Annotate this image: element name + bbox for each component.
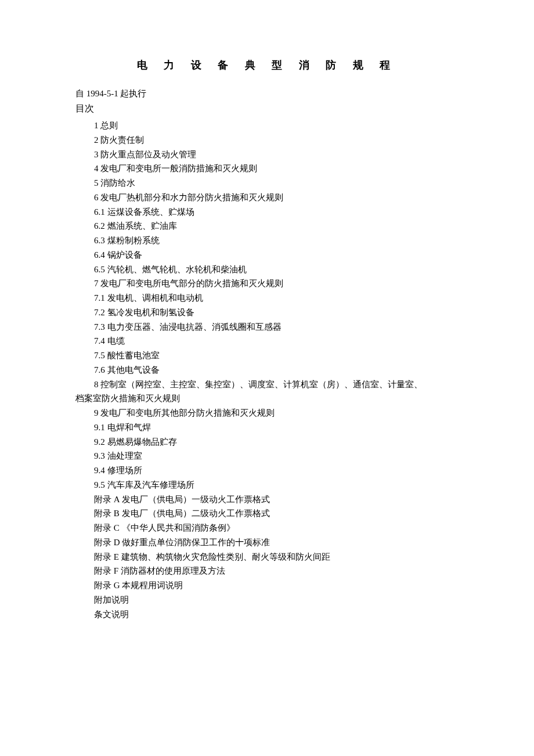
toc-entry: 4 发电厂和变电所一般消防措施和灭火规则: [75, 161, 459, 176]
toc-entry: 7.1 发电机、调相机和电动机: [75, 291, 459, 305]
toc-block-1: 1 总则 2 防火责任制 3 防火重点部位及动火管理 4 发电厂和变电所一般消防…: [75, 118, 459, 377]
toc-entry: 6.1 运煤设备系统、贮煤场: [75, 205, 459, 219]
toc-entry: 6.2 燃油系统、贮油库: [75, 219, 459, 233]
toc-entry-wrapped-line2: 档案室防火措施和灭火规则: [75, 391, 459, 406]
toc-entry: 附录 B 发电厂（供电局）二级动火工作票格式: [75, 506, 459, 521]
toc-entry: 1 总则: [75, 118, 459, 133]
toc-entry: 附录 D 做好重点单位消防保卫工作的十项标准: [75, 535, 459, 550]
toc-entry: 7.2 氢冷发电机和制氢设备: [75, 305, 459, 320]
toc-entry: 2 防火责任制: [75, 133, 459, 147]
toc-entry: 附录 G 本规程用词说明: [75, 578, 459, 593]
toc-entry: 附录 F 消防器材的使用原理及方法: [75, 564, 459, 578]
toc-entry: 7.3 电力变压器、油浸电抗器、消弧线圈和互感器: [75, 320, 459, 334]
toc-entry: 9.2 易燃易爆物品贮存: [75, 435, 459, 449]
toc-entry: 附录 C 《中华人民共和国消防条例》: [75, 521, 459, 535]
toc-entry: 条文说明: [75, 607, 459, 622]
toc-entry: 5 消防给水: [75, 176, 459, 190]
toc-entry: 9.5 汽车库及汽车修理场所: [75, 478, 459, 492]
effective-date-line: 自 1994-5-1 起执行: [75, 88, 459, 99]
toc-entry: 7.5 酸性蓄电池室: [75, 348, 459, 363]
toc-entry: 附加说明: [75, 593, 459, 607]
toc-entry: 9.3 油处理室: [75, 449, 459, 463]
toc-entry: 6.4 锅炉设备: [75, 248, 459, 262]
toc-entry: 3 防火重点部位及动火管理: [75, 147, 459, 162]
toc-entry: 9.1 电焊和气焊: [75, 420, 459, 435]
toc-entry: 附录 A 发电厂（供电局）一级动火工作票格式: [75, 492, 459, 507]
toc-entry: 附录 E 建筑物、构筑物火灾危险性类别、耐火等级和防火间距: [75, 550, 459, 564]
toc-entry: 7.4 电缆: [75, 334, 459, 348]
toc-header: 目次: [75, 103, 459, 115]
toc-block-2: 9 发电厂和变电所其他部分防火措施和灭火规则 9.1 电焊和气焊 9.2 易燃易…: [75, 406, 459, 621]
toc-entry: 6.5 汽轮机、燃气轮机、水轮机和柴油机: [75, 262, 459, 277]
document-page: 电 力 设 备 典 型 消 防 规 程 自 1994-5-1 起执行 目次 1 …: [0, 0, 534, 656]
document-title: 电 力 设 备 典 型 消 防 规 程: [75, 58, 459, 72]
toc-entry: 9 发电厂和变电所其他部分防火措施和灭火规则: [75, 406, 459, 420]
toc-entry-wrapped-line1: 8 控制室（网控室、主控室、集控室）、调度室、计算机室（房）、通信室、计量室、: [75, 377, 459, 392]
toc-entry: 6.3 煤粉制粉系统: [75, 233, 459, 248]
toc-entry: 9.4 修理场所: [75, 463, 459, 478]
toc-entry: 6 发电厂热机部分和水力部分防火措施和灭火规则: [75, 190, 459, 205]
toc-entry: 7 发电厂和变电所电气部分的防火措施和灭火规则: [75, 276, 459, 291]
toc-entry: 7.6 其他电气设备: [75, 363, 459, 377]
